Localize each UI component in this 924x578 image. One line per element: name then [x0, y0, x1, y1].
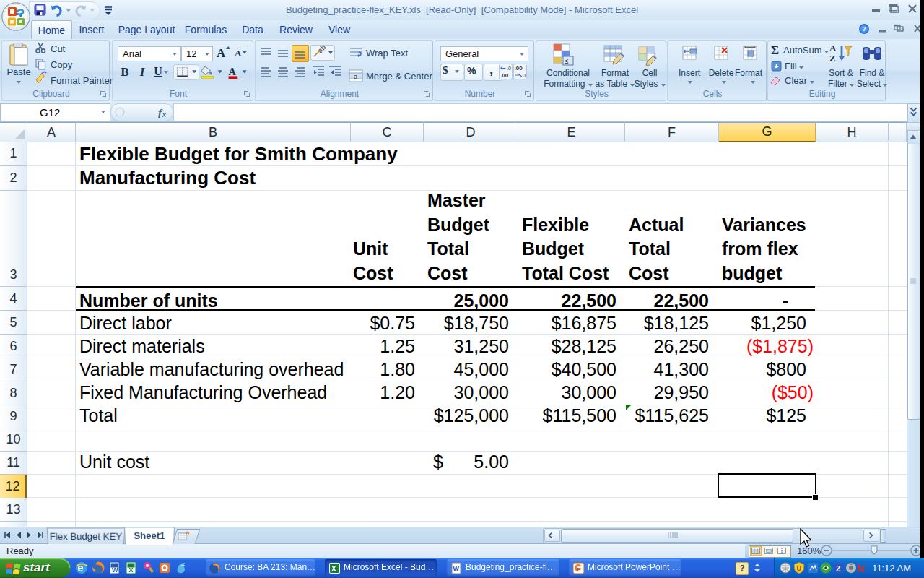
svg-text:N: N: [857, 562, 865, 574]
svg-text:A: A: [229, 66, 237, 77]
svg-text:.0: .0: [521, 73, 526, 78]
svg-text:.00: .00: [515, 65, 523, 72]
svg-text:Z: Z: [829, 53, 836, 64]
svg-text:Z: Z: [836, 564, 841, 573]
svg-text:P: P: [578, 566, 582, 573]
svg-text:.0: .0: [507, 66, 511, 71]
svg-text:X: X: [129, 566, 134, 574]
svg-text:A: A: [235, 48, 242, 59]
svg-text:.00: .00: [500, 72, 509, 79]
svg-text:X: X: [331, 565, 336, 573]
svg-text:≤: ≤: [565, 57, 569, 65]
svg-text:x: x: [162, 111, 166, 118]
svg-text:e: e: [77, 561, 83, 574]
svg-text:W: W: [453, 565, 460, 572]
svg-text:?: ?: [862, 25, 866, 33]
svg-text:W: W: [112, 566, 118, 574]
svg-text:A: A: [829, 43, 837, 53]
svg-text:A: A: [217, 46, 226, 60]
svg-text:U: U: [797, 565, 802, 572]
svg-text:a: a: [354, 73, 357, 80]
